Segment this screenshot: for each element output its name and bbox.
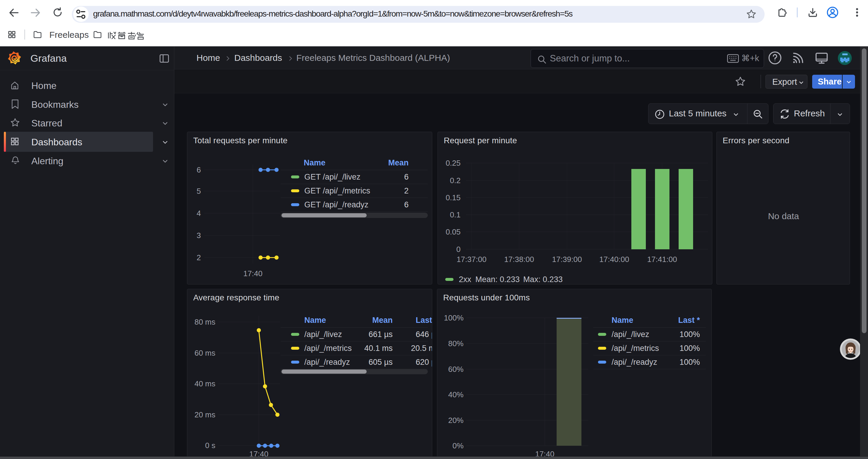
svg-text:2: 2 — [197, 253, 201, 262]
svg-text:17:38:00: 17:38:00 — [504, 255, 534, 264]
svg-text:17:39:00: 17:39:00 — [552, 255, 582, 264]
svg-text:0.25: 0.25 — [445, 159, 461, 167]
svg-text:17:40:00: 17:40:00 — [599, 255, 629, 264]
svg-text:20%: 20% — [448, 416, 464, 425]
svg-text:80%: 80% — [448, 339, 464, 348]
svg-text:80 ms: 80 ms — [194, 318, 215, 326]
svg-text:3: 3 — [197, 231, 201, 240]
svg-text:5: 5 — [197, 187, 201, 196]
svg-text:0 s: 0 s — [205, 441, 215, 450]
svg-text:40 ms: 40 ms — [194, 379, 215, 388]
svg-text:17:37:00: 17:37:00 — [457, 255, 486, 264]
svg-text:0: 0 — [457, 245, 461, 254]
svg-text:60 ms: 60 ms — [194, 349, 215, 357]
svg-text:0.05: 0.05 — [445, 227, 461, 236]
svg-text:0.1: 0.1 — [450, 210, 461, 219]
svg-text:17:40: 17:40 — [243, 269, 262, 278]
svg-text:100%: 100% — [444, 314, 464, 322]
svg-text:6: 6 — [197, 165, 201, 174]
svg-text:40%: 40% — [448, 390, 464, 399]
svg-text:0.2: 0.2 — [450, 176, 461, 185]
svg-text:20 ms: 20 ms — [194, 410, 215, 419]
svg-text:60%: 60% — [448, 365, 464, 374]
svg-text:4: 4 — [197, 209, 201, 218]
svg-text:0%: 0% — [452, 441, 464, 450]
svg-text:17:41:00: 17:41:00 — [647, 255, 677, 264]
svg-text:0.15: 0.15 — [445, 193, 461, 202]
